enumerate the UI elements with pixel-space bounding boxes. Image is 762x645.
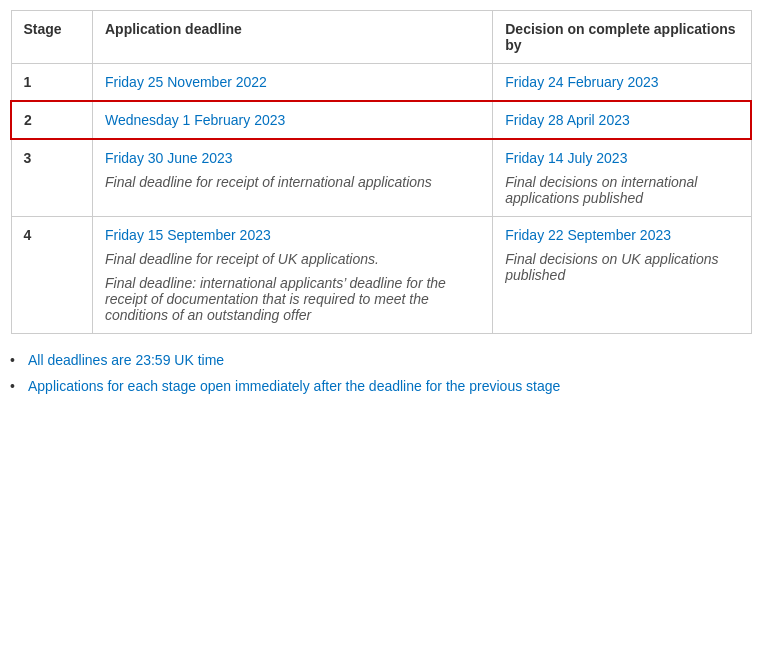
table-row: 3 Friday 30 June 2023 Final deadline for… bbox=[11, 139, 751, 217]
decision-cell: Friday 24 February 2023 bbox=[493, 64, 751, 102]
deadline-note: Final deadline for receipt of internatio… bbox=[105, 174, 480, 190]
header-decision: Decision on complete applications by bbox=[493, 11, 751, 64]
deadline-date: Friday 15 September 2023 bbox=[105, 227, 271, 243]
table-row: 4 Friday 15 September 2023 Final deadlin… bbox=[11, 217, 751, 334]
decision-note: Final decisions on UK applications publi… bbox=[505, 251, 738, 283]
deadline-cell: Friday 25 November 2022 bbox=[93, 64, 493, 102]
deadline-note1: Final deadline for receipt of UK applica… bbox=[105, 251, 480, 267]
decision-date: Friday 22 September 2023 bbox=[505, 227, 671, 243]
decision-cell: Friday 22 September 2023 Final decisions… bbox=[493, 217, 751, 334]
deadline-date: Friday 30 June 2023 bbox=[105, 150, 233, 166]
decision-date: Friday 28 April 2023 bbox=[505, 112, 630, 128]
deadline-date: Friday 25 November 2022 bbox=[105, 74, 267, 90]
footnotes-list: All deadlines are 23:59 UK time Applicat… bbox=[10, 352, 752, 394]
table-row: 1 Friday 25 November 2022 Friday 24 Febr… bbox=[11, 64, 751, 102]
deadline-note2: Final deadline: international applicants… bbox=[105, 275, 480, 323]
deadline-cell: Friday 15 September 2023 Final deadline … bbox=[93, 217, 493, 334]
decision-date: Friday 24 February 2023 bbox=[505, 74, 658, 90]
stage-number: 4 bbox=[11, 217, 93, 334]
footnote-item: All deadlines are 23:59 UK time bbox=[10, 352, 752, 368]
decision-cell: Friday 28 April 2023 bbox=[493, 101, 751, 139]
decision-date: Friday 14 July 2023 bbox=[505, 150, 627, 166]
deadline-date: Wednesday 1 February 2023 bbox=[105, 112, 285, 128]
decision-cell: Friday 14 July 2023 Final decisions on i… bbox=[493, 139, 751, 217]
footnote-text: Applications for each stage open immedia… bbox=[28, 378, 560, 394]
stage-number: 2 bbox=[11, 101, 93, 139]
stage-number: 3 bbox=[11, 139, 93, 217]
deadlines-table: Stage Application deadline Decision on c… bbox=[10, 10, 752, 334]
stage-number: 1 bbox=[11, 64, 93, 102]
footnote-text: All deadlines are 23:59 UK time bbox=[28, 352, 224, 368]
footnote-item: Applications for each stage open immedia… bbox=[10, 378, 752, 394]
header-deadline: Application deadline bbox=[93, 11, 493, 64]
header-stage: Stage bbox=[11, 11, 93, 64]
deadline-cell: Wednesday 1 February 2023 bbox=[93, 101, 493, 139]
table-row-highlighted: 2 Wednesday 1 February 2023 Friday 28 Ap… bbox=[11, 101, 751, 139]
decision-note: Final decisions on international applica… bbox=[505, 174, 738, 206]
deadline-cell: Friday 30 June 2023 Final deadline for r… bbox=[93, 139, 493, 217]
